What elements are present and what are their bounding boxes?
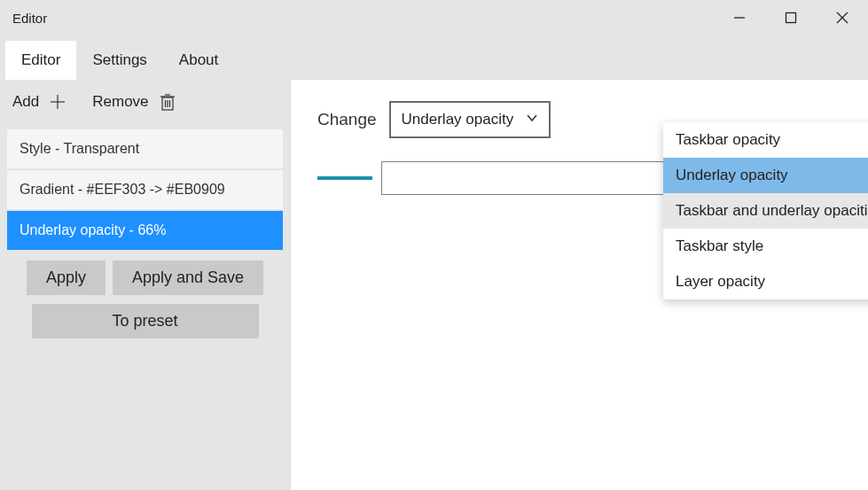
rule-item[interactable]: Underlay opacity - 66% [7,211,283,250]
tab-editor[interactable]: Editor [5,41,76,80]
dropdown-item-taskbar-style[interactable]: Taskbar style [663,229,868,264]
add-label: Add [12,93,39,111]
remove-button[interactable]: Remove [92,92,176,112]
dropdown-item-layer-opacity[interactable]: Layer opacity [663,264,868,299]
maximize-button[interactable] [765,0,817,35]
change-combobox[interactable]: Underlay opacity [389,101,551,138]
value-accent-bar [317,176,372,180]
button-row-1: Apply Apply and Save [0,257,290,299]
window-title: Editor [12,11,47,26]
close-button[interactable] [817,0,868,35]
opacity-input[interactable] [381,161,700,195]
button-row-2: To preset [0,299,290,342]
sidebar-toolbar: Add Remove [0,80,290,124]
maximize-icon [785,12,797,24]
apply-save-button[interactable]: Apply and Save [113,261,263,295]
combobox-value: Underlay opacity [402,111,514,128]
titlebar: Editor [0,0,868,35]
tab-settings[interactable]: Settings [76,41,162,80]
rule-list: Style - Transparent Gradient - #EEF303 -… [0,124,290,257]
svg-rect-1 [786,13,796,23]
tab-about[interactable]: About [163,41,234,80]
close-icon [836,12,848,24]
main-panel: Change Underlay opacity % Taskbar opacit… [291,80,868,490]
trash-icon [158,92,177,112]
rule-item[interactable]: Style - Transparent [7,129,283,168]
content: Add Remove Style - Transparent Gradient … [0,80,868,490]
dropdown-item-taskbar-opacity[interactable]: Taskbar opacity [663,122,868,158]
apply-button[interactable]: Apply [27,261,106,295]
plus-icon [48,92,67,112]
chevron-down-icon [526,111,538,128]
add-button[interactable]: Add [12,92,67,112]
window-controls [714,0,868,35]
sidebar: Add Remove Style - Transparent Gradient … [0,80,291,490]
rule-item[interactable]: Gradient - #EEF303 -> #EB0909 [7,170,283,209]
dropdown-item-underlay-opacity[interactable]: Underlay opacity [663,158,868,193]
minimize-button[interactable] [714,0,765,35]
dropdown-item-taskbar-and-underlay[interactable]: Taskbar and underlay opacities [663,193,868,229]
change-dropdown: Taskbar opacity Underlay opacity Taskbar… [663,122,868,299]
tabbar: Editor Settings About [0,35,868,80]
change-label: Change [317,110,377,129]
minimize-icon [733,12,746,24]
remove-label: Remove [92,93,148,111]
to-preset-button[interactable]: To preset [32,304,259,338]
